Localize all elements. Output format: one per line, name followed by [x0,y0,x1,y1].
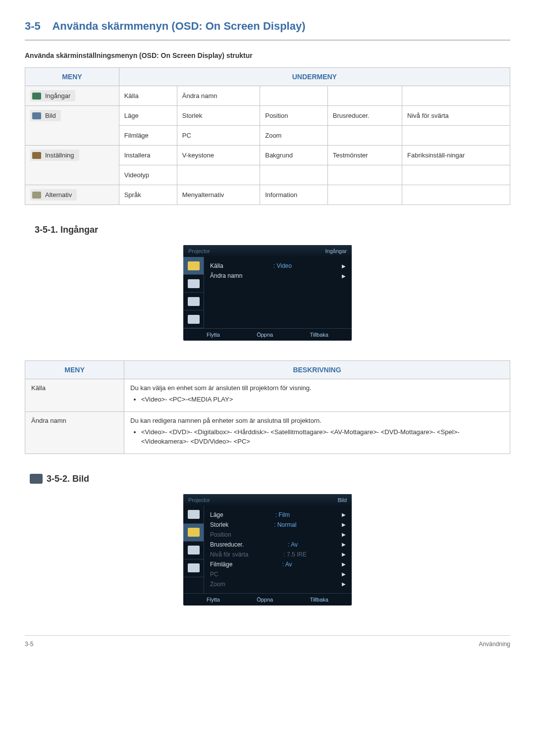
arrow-right-icon: ▶ [342,561,346,567]
table-header-row: MENY UNDERMENY [25,68,510,86]
table-row: Ändra namn Du kan redigera namnen på enh… [25,411,510,454]
divider [25,40,510,41]
arrow-right-icon: ▶ [342,571,346,577]
picture-icon [30,474,43,484]
osd-footer-back: Tillbaka [310,597,328,603]
section-title: 3-5 Använda skärmmenyn (OSD: On Screen D… [25,20,510,33]
osd-tab-option[interactable] [183,310,204,328]
table-row: Bild Läge Storlek Position Brusreducer. … [25,106,510,126]
section-title-text: Använda skärmmenyn (OSD: On Screen Displ… [52,20,305,32]
structure-table: MENY UNDERMENY Ingångar Källa Ändra namn… [25,67,510,205]
desc-text-andra-namn: Du kan redigera namnen på enheter som är… [124,411,510,454]
menu-cell-alternativ: Alternativ [25,185,119,205]
osd-tab-input[interactable] [183,506,204,524]
input-icon [32,93,41,100]
struct-header-submenu: UNDERMENY [119,68,510,86]
footer-left: 3-5 [25,641,33,648]
osd-row-lage[interactable]: Läge: Film▶ [210,510,346,520]
description-table-ingangar: MENY BESKRIVNING Källa Du kan välja en e… [25,360,510,454]
table-row: Källa Du kan välja en enhet som är anslu… [25,379,510,412]
table-header-row: MENY BESKRIVNING [25,361,510,379]
menu-cell-ingangar: Ingångar [25,86,119,106]
osd-tab-option[interactable] [183,559,204,577]
arrow-right-icon: ▶ [342,512,346,517]
osd-row-niva-svarta[interactable]: Nivå för svärta: 7.5 IRE▶ [210,550,346,559]
arrow-right-icon: ▶ [342,263,346,269]
desc-header-menu: MENY [25,361,124,379]
table-row: Inställning Installera V-keystone Bakgru… [25,146,510,165]
desc-text-kalla: Du kan välja en enhet som är ansluten ti… [124,379,510,412]
osd-projector-label: Projector [188,497,210,503]
osd-projector-label: Projector [188,248,210,254]
osd-tab-picture[interactable] [183,275,204,293]
osd-row-brusreducer[interactable]: Brusreducer.: Av▶ [210,540,346,550]
footer-right: Användning [479,641,510,648]
section-number: 3-5 [25,20,41,32]
osd-tab-setup[interactable] [183,542,204,559]
osd-row-kalla[interactable]: Källa : Video ▶ [210,261,346,271]
osd-tab-input[interactable] [183,257,204,275]
osd-header-right: Ingångar [325,248,347,254]
arrow-right-icon: ▶ [342,273,346,279]
osd-side-icons [183,257,204,328]
desc-header-desc: BESKRIVNING [124,361,510,379]
osd-side-icons [183,506,204,593]
osd-footer-back: Tillbaka [310,332,328,338]
osd-tab-picture[interactable] [183,524,204,542]
page-footer: 3-5 Användning [25,635,510,648]
osd-row-storlek[interactable]: Storlek: Normal▶ [210,520,346,530]
arrow-right-icon: ▶ [342,532,346,537]
menu-cell-bild: Bild [25,106,119,146]
menu-cell-installning: Inställning [25,146,119,185]
picture-icon [32,112,41,119]
arrow-right-icon: ▶ [342,522,346,527]
desc-menu-kalla: Källa [25,379,124,412]
osd-footer-move: Flytta [207,332,220,338]
osd-row-zoom[interactable]: Zoom▶ [210,579,346,589]
osd-tab-setup[interactable] [183,293,204,310]
options-icon [32,192,41,199]
osd-row-filmlage[interactable]: Filmläge: Av▶ [210,559,346,569]
subsection-title-bild: 3-5-2. Bild [30,474,510,484]
subsection-title-ingangar: 3-5-1. Ingångar [35,225,510,235]
table-row: Alternativ Språk Menyalternativ Informat… [25,185,510,205]
osd-footer-open: Öppna [257,332,273,338]
struct-header-menu: MENY [25,68,119,86]
osd-screenshot-bild: Projector Bild Läge: Film▶ Storlek: Norm… [183,494,352,605]
arrow-right-icon: ▶ [342,552,346,557]
settings-icon [32,152,41,159]
osd-header-right: Bild [338,497,347,503]
osd-footer-open: Öppna [257,597,273,603]
osd-row-position[interactable]: Position▶ [210,530,346,540]
desc-menu-andra-namn: Ändra namn [25,411,124,454]
osd-footer-move: Flytta [207,597,220,603]
table-row: Ingångar Källa Ändra namn [25,86,510,106]
osd-row-andra-namn[interactable]: Ändra namn ▶ [210,271,346,281]
osd-screenshot-ingangar: Projector Ingångar Källa : Video ▶ Ändra… [183,245,352,341]
arrow-right-icon: ▶ [342,581,346,587]
osd-row-pc[interactable]: PC▶ [210,569,346,579]
arrow-right-icon: ▶ [342,542,346,547]
structure-heading: Använda skärminställningsmenyn (OSD: On … [25,51,510,59]
